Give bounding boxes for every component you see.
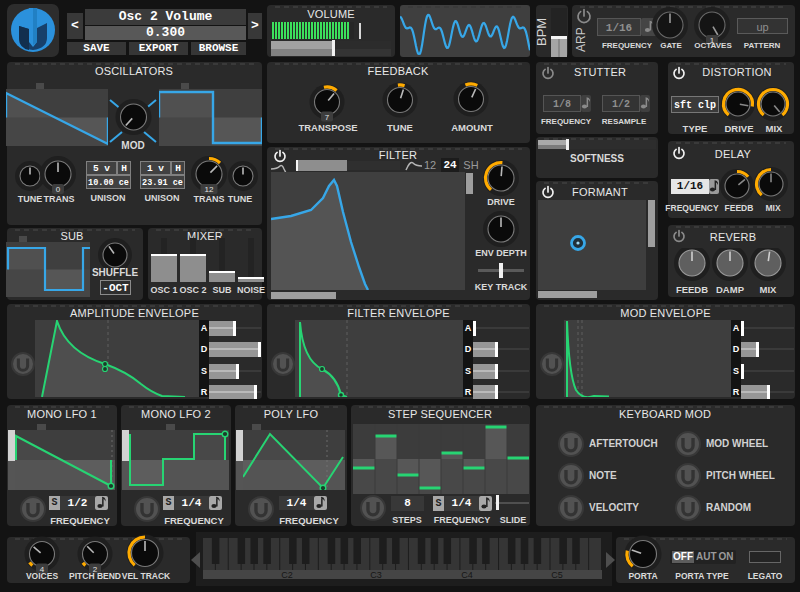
svg-text:C2: C2 — [281, 570, 293, 580]
svg-text:7: 7 — [325, 113, 330, 122]
svg-text:C4: C4 — [461, 570, 473, 580]
svg-text:C3: C3 — [370, 570, 382, 580]
svg-text:12: 12 — [205, 185, 214, 194]
svg-text:C5: C5 — [551, 570, 563, 580]
